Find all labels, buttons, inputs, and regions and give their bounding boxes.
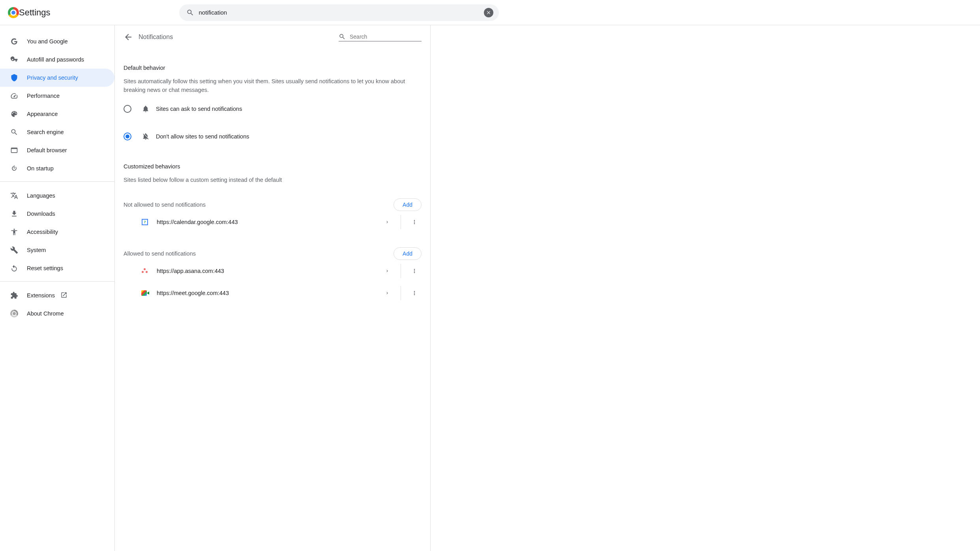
reset-icon [10,264,18,272]
global-search-bar[interactable] [179,4,499,21]
site-list-title: Not allowed to send notifications [124,202,206,208]
sidebar-item-appearance[interactable]: Appearance [0,105,114,123]
header: Settings [0,0,980,25]
chevron-right-icon [385,269,390,273]
separator [401,286,401,300]
sidebar-item-languages[interactable]: Languages [0,187,114,205]
content-header: Notifications [115,25,430,42]
sidebar-item-label: System [27,247,46,253]
radio-option-dont-allow[interactable]: Don't allow sites to send notifications [124,131,422,142]
default-behavior-description: Sites automatically follow this setting … [124,77,422,95]
add-site-button[interactable]: Add [393,198,422,211]
site-row: https://meet.google.com:443 [124,282,422,304]
sidebar-item-search-engine[interactable]: Search engine [0,123,114,141]
more-vert-icon [411,290,418,296]
inline-search-input[interactable] [350,34,422,40]
separator [401,215,401,229]
inline-search[interactable] [339,33,422,41]
main-content-column: Notifications Default behavior Sites aut… [114,25,980,551]
site-more-button[interactable] [407,264,422,278]
sidebar-item-system[interactable]: System [0,241,114,259]
sidebar-item-label: Privacy and security [27,75,78,81]
back-button[interactable] [124,32,133,42]
customized-description: Sites listed below follow a custom setti… [124,176,422,185]
calendar-favicon-icon: 7 [141,218,149,226]
expand-site-button[interactable] [380,215,394,229]
key-icon [10,56,18,64]
expand-site-button[interactable] [380,264,394,278]
sidebar-item-extensions[interactable]: Extensions [0,286,114,304]
accessibility-icon [10,228,18,236]
translate-icon [10,192,18,200]
sidebar-item-label: Autofill and passwords [27,56,84,63]
sidebar-item-label: Extensions [27,292,55,299]
customized-heading: Customized behaviors [124,163,422,170]
sidebar-item-on-startup[interactable]: On startup [0,159,114,177]
sidebar-item-accessibility[interactable]: Accessibility [0,223,114,241]
download-icon [10,210,18,218]
chrome-icon [10,310,18,318]
site-url: https://calendar.google.com:443 [157,219,380,225]
radio-control[interactable] [124,133,131,140]
bell-off-icon [142,133,150,140]
sidebar-item-default-browser[interactable]: Default browser [0,141,114,159]
close-icon [486,10,491,15]
sidebar-item-privacy-and-security[interactable]: Privacy and security [0,69,114,87]
more-vert-icon [411,219,418,225]
meet-favicon-icon [141,289,149,297]
browser-icon [10,146,18,154]
bell-icon [142,105,150,113]
sidebar-item-label: Appearance [27,111,58,117]
sidebar-item-downloads[interactable]: Downloads [0,205,114,223]
power-icon [10,164,18,172]
sidebar-item-label: Downloads [27,211,55,217]
sidebar-item-label: Search engine [27,129,64,135]
sidebar-item-label: Reset settings [27,265,63,271]
chevron-right-icon [385,220,390,224]
page-title: Notifications [139,34,339,41]
radio-control[interactable] [124,105,131,113]
app-title: Settings [19,7,51,18]
site-more-button[interactable] [407,286,422,300]
site-list-title: Allowed to send notifications [124,250,196,257]
open-external-icon [60,291,67,300]
palette-icon [10,110,18,118]
expand-site-button[interactable] [380,286,394,300]
site-more-button[interactable] [407,215,422,229]
separator [401,264,401,278]
clear-search-button[interactable] [484,8,493,17]
site-row: https://app.asana.com:443 [124,260,422,282]
site-url: https://app.asana.com:443 [157,268,380,274]
sidebar-item-label: About Chrome [27,310,64,317]
sidebar-item-you-and-google[interactable]: You and Google [0,32,114,50]
search-icon [10,128,18,136]
wrench-icon [10,246,18,254]
google-g-icon [10,37,18,45]
add-site-button[interactable]: Add [393,247,422,260]
global-search-input[interactable] [199,9,484,16]
radio-option-can-ask[interactable]: Sites can ask to send notifications [124,103,422,114]
extensions-icon [10,291,18,299]
more-vert-icon [411,268,418,274]
search-icon [186,9,194,17]
sidebar-item-label: Default browser [27,147,67,153]
speedometer-icon [10,92,18,100]
sidebar-item-label: On startup [27,165,54,172]
shield-icon [10,74,18,82]
sidebar-item-label: Accessibility [27,229,58,235]
search-icon [339,33,346,40]
chrome-logo-icon [8,7,19,18]
chevron-right-icon [385,291,390,295]
asana-favicon-icon [141,267,149,275]
radio-label: Don't allow sites to send notifications [156,133,249,140]
sidebar-item-about-chrome[interactable]: About Chrome [0,304,114,323]
sidebar-item-autofill-and-passwords[interactable]: Autofill and passwords [0,50,114,69]
arrow-back-icon [124,32,133,42]
sidebar-item-label: Performance [27,93,60,99]
sidebar-item-label: Languages [27,192,55,199]
sidebar-item-label: You and Google [27,38,67,45]
sidebar-item-performance[interactable]: Performance [0,87,114,105]
default-behavior-heading: Default behavior [124,65,422,71]
sidebar: You and GoogleAutofill and passwordsPriv… [0,25,114,551]
sidebar-item-reset-settings[interactable]: Reset settings [0,259,114,277]
